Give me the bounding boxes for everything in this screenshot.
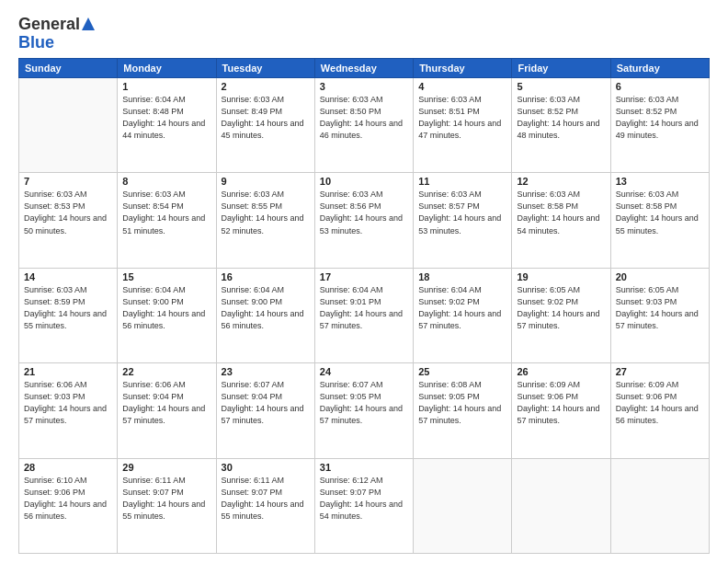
day-cell: 21Sunrise: 6:06 AMSunset: 9:03 PMDayligh… <box>19 363 118 458</box>
day-cell: 25Sunrise: 6:08 AMSunset: 9:05 PMDayligh… <box>414 363 512 458</box>
day-number: 9 <box>222 176 310 187</box>
day-info: Sunrise: 6:06 AMSunset: 9:03 PMDaylight:… <box>24 379 112 427</box>
day-cell: 16Sunrise: 6:04 AMSunset: 9:00 PMDayligh… <box>216 268 314 362</box>
day-info: Sunrise: 6:11 AMSunset: 9:07 PMDaylight:… <box>122 475 210 523</box>
page: General Blue SundayMondayTuesdayWednesda… <box>0 0 728 563</box>
day-number: 10 <box>320 176 408 187</box>
header-day-thursday: Thursday <box>414 59 512 78</box>
day-number: 17 <box>320 271 408 282</box>
day-number: 18 <box>418 271 506 282</box>
day-info: Sunrise: 6:04 AMSunset: 9:00 PMDaylight:… <box>222 284 310 332</box>
day-cell: 24Sunrise: 6:07 AMSunset: 9:05 PMDayligh… <box>314 363 413 458</box>
day-number: 27 <box>616 366 704 377</box>
header-day-saturday: Saturday <box>610 59 709 78</box>
day-number: 25 <box>418 366 506 377</box>
day-info: Sunrise: 6:04 AMSunset: 9:00 PMDaylight:… <box>122 284 210 332</box>
svg-marker-0 <box>82 17 95 30</box>
calendar-body: 1Sunrise: 6:04 AMSunset: 8:48 PMDaylight… <box>19 78 710 554</box>
day-number: 28 <box>24 462 112 473</box>
day-number: 11 <box>418 176 506 187</box>
day-info: Sunrise: 6:12 AMSunset: 9:07 PMDaylight:… <box>320 475 408 523</box>
day-cell <box>414 458 512 553</box>
day-number: 21 <box>24 366 112 377</box>
day-number: 15 <box>122 271 210 282</box>
day-number: 6 <box>616 81 704 92</box>
day-cell: 7Sunrise: 6:03 AMSunset: 8:53 PMDaylight… <box>19 173 118 268</box>
week-row-2: 14Sunrise: 6:03 AMSunset: 8:59 PMDayligh… <box>19 268 710 362</box>
day-info: Sunrise: 6:03 AMSunset: 8:52 PMDaylight:… <box>616 94 704 142</box>
day-number: 16 <box>222 271 310 282</box>
day-number: 24 <box>320 366 408 377</box>
day-cell: 29Sunrise: 6:11 AMSunset: 9:07 PMDayligh… <box>118 458 216 553</box>
day-number: 8 <box>122 176 210 187</box>
week-row-4: 28Sunrise: 6:10 AMSunset: 9:06 PMDayligh… <box>19 458 710 553</box>
day-info: Sunrise: 6:10 AMSunset: 9:06 PMDaylight:… <box>24 475 112 523</box>
day-info: Sunrise: 6:03 AMSunset: 8:54 PMDaylight:… <box>122 189 210 236</box>
day-cell: 1Sunrise: 6:04 AMSunset: 8:48 PMDaylight… <box>118 78 216 173</box>
day-info: Sunrise: 6:04 AMSunset: 9:02 PMDaylight:… <box>418 284 506 332</box>
day-cell: 4Sunrise: 6:03 AMSunset: 8:51 PMDaylight… <box>414 78 512 173</box>
day-info: Sunrise: 6:03 AMSunset: 8:50 PMDaylight:… <box>320 94 408 142</box>
header-day-monday: Monday <box>118 59 216 78</box>
day-cell: 23Sunrise: 6:07 AMSunset: 9:04 PMDayligh… <box>216 363 314 458</box>
day-cell: 2Sunrise: 6:03 AMSunset: 8:49 PMDaylight… <box>216 78 314 173</box>
day-number: 3 <box>320 81 408 92</box>
day-info: Sunrise: 6:09 AMSunset: 9:06 PMDaylight:… <box>517 379 605 427</box>
day-cell: 10Sunrise: 6:03 AMSunset: 8:56 PMDayligh… <box>314 173 413 268</box>
week-row-0: 1Sunrise: 6:04 AMSunset: 8:48 PMDaylight… <box>19 78 710 173</box>
day-info: Sunrise: 6:03 AMSunset: 8:58 PMDaylight:… <box>517 189 605 236</box>
day-number: 2 <box>222 81 310 92</box>
day-cell: 19Sunrise: 6:05 AMSunset: 9:02 PMDayligh… <box>512 268 610 362</box>
day-cell: 12Sunrise: 6:03 AMSunset: 8:58 PMDayligh… <box>512 173 610 268</box>
day-number: 29 <box>122 462 210 473</box>
day-cell: 13Sunrise: 6:03 AMSunset: 8:58 PMDayligh… <box>610 173 709 268</box>
day-number: 20 <box>616 271 704 282</box>
day-number: 1 <box>122 81 210 92</box>
day-info: Sunrise: 6:03 AMSunset: 8:49 PMDaylight:… <box>222 94 310 142</box>
day-cell <box>512 458 610 553</box>
day-cell <box>610 458 709 553</box>
calendar-header: SundayMondayTuesdayWednesdayThursdayFrid… <box>19 59 710 78</box>
day-cell: 22Sunrise: 6:06 AMSunset: 9:04 PMDayligh… <box>118 363 216 458</box>
day-number: 26 <box>517 366 605 377</box>
day-number: 5 <box>517 81 605 92</box>
day-info: Sunrise: 6:03 AMSunset: 8:53 PMDaylight:… <box>24 189 112 236</box>
day-cell: 5Sunrise: 6:03 AMSunset: 8:52 PMDaylight… <box>512 78 610 173</box>
week-row-3: 21Sunrise: 6:06 AMSunset: 9:03 PMDayligh… <box>19 363 710 458</box>
day-info: Sunrise: 6:08 AMSunset: 9:05 PMDaylight:… <box>418 379 506 427</box>
calendar-table: SundayMondayTuesdayWednesdayThursdayFrid… <box>18 58 710 554</box>
day-info: Sunrise: 6:03 AMSunset: 8:56 PMDaylight:… <box>320 189 408 236</box>
day-info: Sunrise: 6:03 AMSunset: 8:59 PMDaylight:… <box>24 284 112 332</box>
day-number: 30 <box>222 462 310 473</box>
logo-blue-text: Blue <box>18 34 54 51</box>
day-cell: 28Sunrise: 6:10 AMSunset: 9:06 PMDayligh… <box>19 458 118 553</box>
header-day-tuesday: Tuesday <box>216 59 314 78</box>
day-info: Sunrise: 6:03 AMSunset: 8:52 PMDaylight:… <box>517 94 605 142</box>
day-cell: 15Sunrise: 6:04 AMSunset: 9:00 PMDayligh… <box>118 268 216 362</box>
day-number: 13 <box>616 176 704 187</box>
day-info: Sunrise: 6:11 AMSunset: 9:07 PMDaylight:… <box>222 475 310 523</box>
day-cell <box>19 78 118 173</box>
header-row: SundayMondayTuesdayWednesdayThursdayFrid… <box>19 59 710 78</box>
day-cell: 17Sunrise: 6:04 AMSunset: 9:01 PMDayligh… <box>314 268 413 362</box>
day-cell: 26Sunrise: 6:09 AMSunset: 9:06 PMDayligh… <box>512 363 610 458</box>
day-cell: 20Sunrise: 6:05 AMSunset: 9:03 PMDayligh… <box>610 268 709 362</box>
day-cell: 9Sunrise: 6:03 AMSunset: 8:55 PMDaylight… <box>216 173 314 268</box>
day-number: 7 <box>24 176 112 187</box>
logo-icon <box>82 17 95 30</box>
day-info: Sunrise: 6:03 AMSunset: 8:55 PMDaylight:… <box>222 189 310 236</box>
day-cell: 30Sunrise: 6:11 AMSunset: 9:07 PMDayligh… <box>216 458 314 553</box>
header-day-wednesday: Wednesday <box>314 59 413 78</box>
day-info: Sunrise: 6:03 AMSunset: 8:51 PMDaylight:… <box>418 94 506 142</box>
day-info: Sunrise: 6:04 AMSunset: 9:01 PMDaylight:… <box>320 284 408 332</box>
day-number: 4 <box>418 81 506 92</box>
day-info: Sunrise: 6:04 AMSunset: 8:48 PMDaylight:… <box>122 94 210 142</box>
day-info: Sunrise: 6:07 AMSunset: 9:05 PMDaylight:… <box>320 379 408 427</box>
day-info: Sunrise: 6:05 AMSunset: 9:02 PMDaylight:… <box>517 284 605 332</box>
day-number: 31 <box>320 462 408 473</box>
day-cell: 27Sunrise: 6:09 AMSunset: 9:06 PMDayligh… <box>610 363 709 458</box>
day-cell: 14Sunrise: 6:03 AMSunset: 8:59 PMDayligh… <box>19 268 118 362</box>
day-info: Sunrise: 6:03 AMSunset: 8:57 PMDaylight:… <box>418 189 506 236</box>
day-cell: 11Sunrise: 6:03 AMSunset: 8:57 PMDayligh… <box>414 173 512 268</box>
header: General Blue <box>18 15 710 51</box>
